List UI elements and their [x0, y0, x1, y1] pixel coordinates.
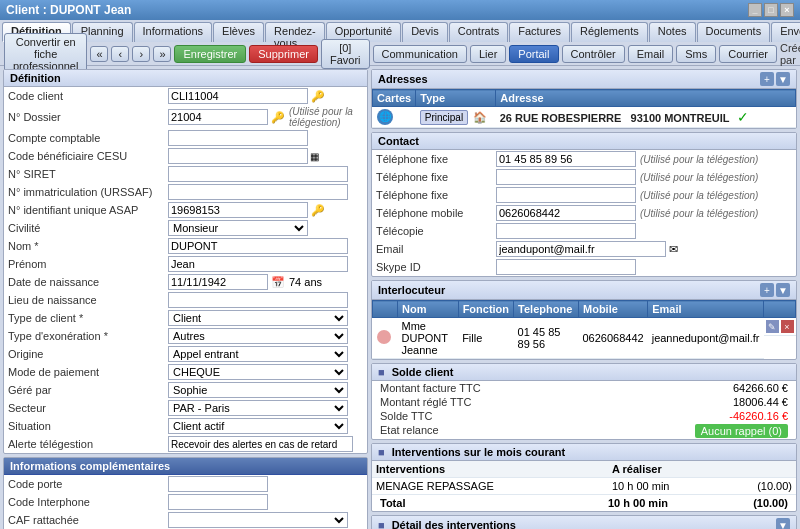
tel-fixe-2-label: Téléphone fixe — [376, 171, 496, 183]
close-button[interactable]: × — [780, 3, 794, 17]
tab-reglements[interactable]: Réglements — [571, 22, 648, 42]
tel-fixe-1-row: Téléphone fixe (Utilisé pour la télégest… — [372, 150, 796, 168]
n-siret-input[interactable] — [168, 166, 348, 182]
interlocuteur-edit-button[interactable]: ✎ — [766, 320, 779, 333]
calendar-icon[interactable]: 📅 — [271, 276, 285, 289]
montant-regle-value: 18006.44 € — [733, 396, 788, 408]
mode-paiement-select[interactable]: CHEQUE — [168, 364, 348, 380]
interlocuteur-expand-button[interactable]: ▼ — [776, 283, 790, 297]
interlocuteur-delete-button[interactable]: × — [781, 320, 794, 333]
type-exoneration-label: Type d'exonération * — [8, 330, 168, 342]
n-dossier-row: N° Dossier 🔑 (Utilisé pour la télégestio… — [4, 105, 367, 129]
barcode-icon: ▦ — [310, 151, 319, 162]
tab-devis[interactable]: Devis — [402, 22, 448, 42]
skype-label: Skype ID — [376, 261, 496, 273]
email-icon: ✉ — [669, 243, 678, 256]
skype-input[interactable] — [496, 259, 636, 275]
nav-last-button[interactable]: » — [153, 46, 171, 62]
tel-fixe-2-input[interactable] — [496, 169, 636, 185]
code-client-icon: 🔑 — [311, 90, 325, 103]
toolbar: Convertir en fiche professionnel « ‹ › »… — [0, 42, 800, 66]
nav-prev-button[interactable]: ‹ — [111, 46, 129, 62]
tab-contrats[interactable]: Contrats — [449, 22, 509, 42]
flag-icon: 🏠 — [473, 111, 487, 123]
email-button[interactable]: Email — [628, 45, 674, 63]
interlocuteur-email: jeannedupont@mail.fr — [648, 318, 764, 359]
lieu-naissance-input[interactable] — [168, 292, 348, 308]
date-naissance-input[interactable] — [168, 274, 268, 290]
code-porte-input[interactable] — [168, 476, 268, 492]
controler-button[interactable]: Contrôler — [562, 45, 625, 63]
compte-comptable-input[interactable] — [168, 130, 308, 146]
tab-rendezvous[interactable]: Rendez-vous — [265, 22, 325, 42]
interlocuteur-title: Interlocuteur — [378, 284, 445, 296]
email-input[interactable] — [496, 241, 666, 257]
lier-button[interactable]: Lier — [470, 45, 506, 63]
portail-button[interactable]: Portail — [509, 45, 558, 63]
nom-input[interactable] — [168, 238, 348, 254]
solde-ttc-label: Solde TTC — [380, 410, 432, 422]
tab-documents[interactable]: Documents — [697, 22, 771, 42]
interlocuteur-add-button[interactable]: + — [760, 283, 774, 297]
minimize-button[interactable]: _ — [748, 3, 762, 17]
maximize-button[interactable]: □ — [764, 3, 778, 17]
date-naissance-row: Date de naissance 📅 74 ans — [4, 273, 367, 291]
caf-rattachee-select[interactable] — [168, 512, 348, 528]
type-exoneration-row: Type d'exonération * Autres — [4, 327, 367, 345]
adresses-add-button[interactable]: + — [760, 72, 774, 86]
n-dossier-input[interactable] — [168, 109, 268, 125]
favori-button[interactable]: [0] Favori — [321, 39, 370, 69]
window-title: Client : DUPONT Jean — [6, 3, 131, 17]
n-dossier-icon: 🔑 — [271, 111, 285, 124]
prenom-row: Prénom — [4, 255, 367, 273]
interlocuteur-col-0 — [373, 301, 398, 318]
type-exoneration-select[interactable]: Autres — [168, 328, 348, 344]
telecopie-label: Télécopie — [376, 225, 496, 237]
tab-envois[interactable]: Envois — [771, 22, 800, 42]
situation-select[interactable]: Client actif — [168, 418, 348, 434]
save-button[interactable]: Enregistrer — [174, 45, 246, 63]
telecopie-input[interactable] — [496, 223, 636, 239]
n-identifiant-input[interactable] — [168, 202, 308, 218]
situation-row: Situation Client actif — [4, 417, 367, 435]
tab-factures[interactable]: Factures — [509, 22, 570, 42]
n-immatriculation-input[interactable] — [168, 184, 348, 200]
prenom-input[interactable] — [168, 256, 348, 272]
interlocuteur-nom: Mme DUPONT Jeanne — [398, 318, 459, 359]
montant-facture-row: Montant facture TTC 64266.60 € — [372, 381, 796, 395]
table-row[interactable]: 🌐 Principal 🏠 26 RUE ROBESPIERRE 93100 M… — [373, 107, 796, 128]
nav-first-button[interactable]: « — [90, 46, 108, 62]
nav-next-button[interactable]: › — [132, 46, 150, 62]
tel-fixe-1-input[interactable] — [496, 151, 636, 167]
detail-interventions-expand-button[interactable]: ▼ — [776, 518, 790, 529]
type-client-select[interactable]: Client — [168, 310, 348, 326]
tab-eleves[interactable]: Elèves — [213, 22, 264, 42]
definition-title: Définition — [10, 72, 61, 84]
tel-mobile-input[interactable] — [496, 205, 636, 221]
secteur-select[interactable]: PAR - Paris — [168, 400, 348, 416]
courrier-button[interactable]: Courrier — [719, 45, 777, 63]
sms-button[interactable]: Sms — [676, 45, 716, 63]
tab-bar: Définition Planning Informations Elèves … — [0, 20, 800, 42]
toolbar-right: Créé par Imprimer — [780, 42, 800, 66]
tab-informations[interactable]: Informations — [134, 22, 213, 42]
code-interphone-input[interactable] — [168, 494, 268, 510]
intervention-row-1: MENAGE REPASSAGE 10 h 00 min (10.00) — [372, 478, 796, 494]
code-beneficiaire-input[interactable] — [168, 148, 308, 164]
code-client-input[interactable] — [168, 88, 308, 104]
n-immatriculation-row: N° immatriculation (URSSAF) — [4, 183, 367, 201]
adresses-expand-button[interactable]: ▼ — [776, 72, 790, 86]
tab-notes[interactable]: Notes — [649, 22, 696, 42]
secteur-label: Secteur — [8, 402, 168, 414]
email-label: Email — [376, 243, 496, 255]
civilite-select[interactable]: Monsieur — [168, 220, 308, 236]
origine-select[interactable]: Appel entrant — [168, 346, 348, 362]
gere-par-select[interactable]: Sophie — [168, 382, 348, 398]
window-controls[interactable]: _ □ × — [748, 3, 794, 17]
tel-fixe-3-input[interactable] — [496, 187, 636, 203]
alerte-input[interactable] — [168, 436, 353, 452]
table-row[interactable]: Mme DUPONT Jeanne Fille 01 45 85 89 56 0… — [373, 318, 796, 359]
communication-button[interactable]: Communication — [373, 45, 467, 63]
compte-comptable-label: Compte comptable — [8, 132, 168, 144]
delete-button[interactable]: Supprimer — [249, 45, 318, 63]
